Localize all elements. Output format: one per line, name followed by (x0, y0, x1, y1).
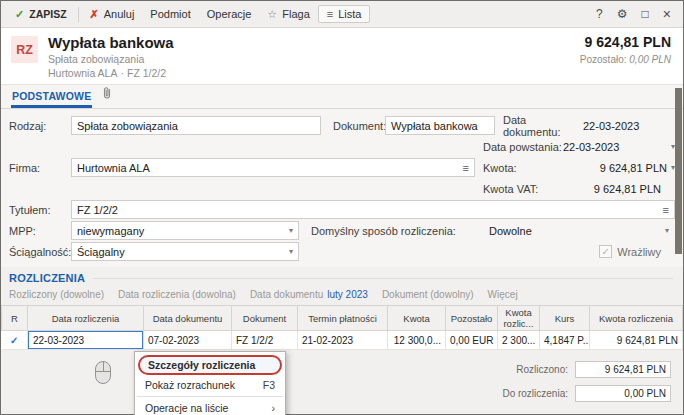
header-remaining: Pozostało: 0,00 PLN (580, 54, 671, 65)
cell-kwota[interactable]: 12 300,0... (388, 331, 446, 350)
cancel-button[interactable]: ✗ Anuluj (82, 5, 143, 24)
menu-item-pokaz-rozrachunek[interactable]: Pokaż rozrachunek F3 (135, 376, 285, 394)
summary-do-rozliczenia: Do rozliczenia: 0,00 PLN (502, 385, 671, 402)
kwota-vat-value: 9 624,81 PLN (594, 183, 661, 195)
lista-button[interactable]: ≡ Lista (318, 5, 371, 23)
mpp-label: MPP: (9, 225, 71, 237)
col-header-r[interactable]: R (2, 306, 28, 331)
filter-wiecej[interactable]: Więcej (488, 289, 518, 300)
mpp-combobox[interactable]: niewymagany ▾ (71, 221, 299, 240)
cell-pozostalo[interactable]: 0,00 EUR (446, 331, 498, 350)
lookup-menu-icon[interactable]: ≡ (463, 162, 469, 174)
form-row-firma: Firma: Hurtownia ALA ≡ Kwota: 9 624,81 P… (9, 158, 675, 177)
inline-edit-box[interactable]: 22-03-2023 (28, 331, 143, 349)
chevron-down-icon: ▾ (289, 247, 293, 256)
col-header-kwota[interactable]: Kwota (388, 306, 446, 331)
close-button[interactable]: × (663, 6, 671, 22)
sciagalnosc-label: Ściągalność: (9, 246, 71, 258)
section-divider (93, 278, 673, 279)
remaining-value: 0,00 PLN (629, 54, 671, 65)
cancel-x-icon: ✗ (90, 8, 99, 21)
firma-field[interactable]: Hurtownia ALA ≡ (71, 158, 475, 177)
cell-kwota-rozliczenia[interactable]: 9 624,81 PLN (590, 331, 683, 350)
form-row-data-powstania: Data powstania: 22-03-2023 ▾ (9, 137, 675, 156)
help-button[interactable]: ? (596, 7, 603, 21)
col-header-kwota-rozl[interactable]: Kwota rozlic... (498, 306, 540, 331)
page-title: Wypłata bankowa (48, 34, 174, 51)
menu-item-szczegoly[interactable]: Szczegóły rozliczenia (138, 355, 282, 375)
cell-kurs[interactable]: 4,1847 P... (540, 331, 590, 350)
settlement-summary: Rozliczono: 9 624,81 PLN Do rozliczenia:… (502, 361, 671, 409)
cell-kwota-rozl[interactable]: 2 300... (498, 331, 540, 350)
rozliczono-label: Rozliczono: (516, 364, 568, 375)
header-amount-block: 9 624,81 PLN Pozostało: 0,00 PLN (580, 34, 671, 79)
table-header-row: R Data rozliczenia Data dokumentu Dokume… (2, 306, 683, 331)
submenu-arrow-icon: › (272, 402, 276, 414)
tytulem-field[interactable]: FZ 1/2/2 ≡ (71, 200, 675, 219)
cell-data-rozliczenia[interactable]: 22-03-2023 (28, 331, 144, 350)
menu-shortcut: F3 (263, 379, 275, 391)
sciagalnosc-combobox[interactable]: Ściągalny ▾ (71, 242, 299, 261)
firma-label: Firma: (9, 162, 71, 174)
data-powstania-label: Data powstania: (483, 141, 563, 153)
operacje-button[interactable]: Operacje (199, 5, 260, 23)
filter-data-dokumentu-label: Data dokumentu (250, 289, 323, 300)
filter-data-rozliczenia[interactable]: Data rozliczenia (dowolna) (118, 289, 236, 300)
data-powstania-value: 22-03-2023 (563, 141, 619, 153)
cancel-button-label: Anuluj (104, 8, 135, 20)
data-powstania-field[interactable]: 22-03-2023 ▾ (563, 141, 675, 153)
star-icon: ☆ (267, 8, 277, 21)
cell-dokument[interactable]: FZ 1/2/2 (232, 331, 298, 350)
filter-data-dokumentu[interactable]: Data dokumentuluty 2023 (250, 289, 368, 300)
save-button[interactable]: ✓ ZAPISZ (7, 5, 75, 24)
filter-dokument[interactable]: Dokument (dowolny) (382, 289, 474, 300)
filter-bar: Rozliczony (dowolne) Data rozliczenia (d… (1, 288, 683, 305)
dokument-field[interactable]: Wypłata bankowa (385, 116, 495, 135)
chevron-down-icon: ▾ (289, 226, 293, 235)
save-check-icon: ✓ (15, 8, 24, 21)
cell-data-dokumentu[interactable]: 07-02-2023 (144, 331, 232, 350)
attachment-paperclip-icon[interactable] (101, 86, 113, 104)
form-row-kwota-vat: Kwota VAT: 9 624,81 PLN (9, 179, 675, 198)
breadcrumb-company[interactable]: Hurtownia ALA (48, 67, 117, 79)
vertical-scrollbar[interactable] (675, 88, 682, 254)
podmiot-button[interactable]: Podmiot (142, 5, 198, 23)
lookup-menu-icon[interactable]: ≡ (663, 204, 669, 216)
col-header-kwota-rozliczenia[interactable]: Kwota rozliczenia (590, 306, 683, 331)
table-row[interactable]: ✓ 22-03-2023 07-02-2023 FZ 1/2/2 21-02-2… (2, 331, 683, 350)
menu-item-operacje-na-liscie[interactable]: Operacje na liście › (135, 399, 285, 415)
tytulem-value: FZ 1/2/2 (77, 204, 659, 216)
col-header-kurs[interactable]: Kurs (540, 306, 590, 331)
menu-item-label: Operacje na liście (145, 402, 228, 414)
wrazliwy-checkbox[interactable]: ✓ (599, 245, 612, 258)
kwota-field[interactable]: 9 624,81 PLN ▾ (563, 162, 675, 174)
data-dokumentu-field[interactable]: 22-03-2023 (583, 120, 675, 132)
breadcrumb-docref[interactable]: FZ 1/2/2 (127, 67, 166, 79)
context-menu: Szczegóły rozliczenia Pokaż rozrachunek … (134, 351, 286, 415)
flaga-button[interactable]: ☆ Flaga (259, 5, 317, 24)
col-header-termin[interactable]: Termin płatności (298, 306, 388, 331)
row-check-icon[interactable]: ✓ (2, 331, 28, 350)
domyslny-combobox[interactable]: Dowolne ▾ (483, 221, 675, 240)
rodzaj-field[interactable]: Spłata zobowiązania (71, 116, 321, 135)
filter-rozliczony[interactable]: Rozliczony (dowolne) (9, 289, 104, 300)
data-dokumentu-value: 22-03-2023 (583, 120, 639, 132)
header-amount: 9 624,81 PLN (580, 34, 671, 50)
settings-gear-icon[interactable]: ⚙ (617, 7, 628, 21)
col-header-dokument[interactable]: Dokument (232, 306, 298, 331)
maximize-button[interactable]: □ (642, 7, 649, 21)
document-form: Rodzaj: Spłata zobowiązania Dokument: Wy… (1, 109, 683, 267)
col-header-data-rozliczenia[interactable]: Data rozliczenia (28, 306, 144, 331)
col-header-pozostalo[interactable]: Pozostało (446, 306, 498, 331)
do-rozliczenia-value: 0,00 PLN (575, 385, 671, 402)
col-header-data-dokumentu[interactable]: Data dokumentu (144, 306, 232, 331)
do-rozliczenia-label: Do rozliczenia: (502, 388, 568, 399)
rozliczono-value: 9 624,81 PLN (575, 361, 671, 378)
form-row-tytulem: Tytułem: FZ 1/2/2 ≡ (9, 200, 675, 219)
tab-strip: PODSTAWOWE (1, 85, 683, 109)
tab-podstawowe[interactable]: PODSTAWOWE (11, 90, 92, 108)
data-dokumentu-label: Data dokumentu: (503, 114, 583, 138)
cell-termin[interactable]: 21-02-2023 (298, 331, 388, 350)
lista-button-label: Lista (338, 8, 361, 20)
podmiot-button-label: Podmiot (150, 8, 190, 20)
